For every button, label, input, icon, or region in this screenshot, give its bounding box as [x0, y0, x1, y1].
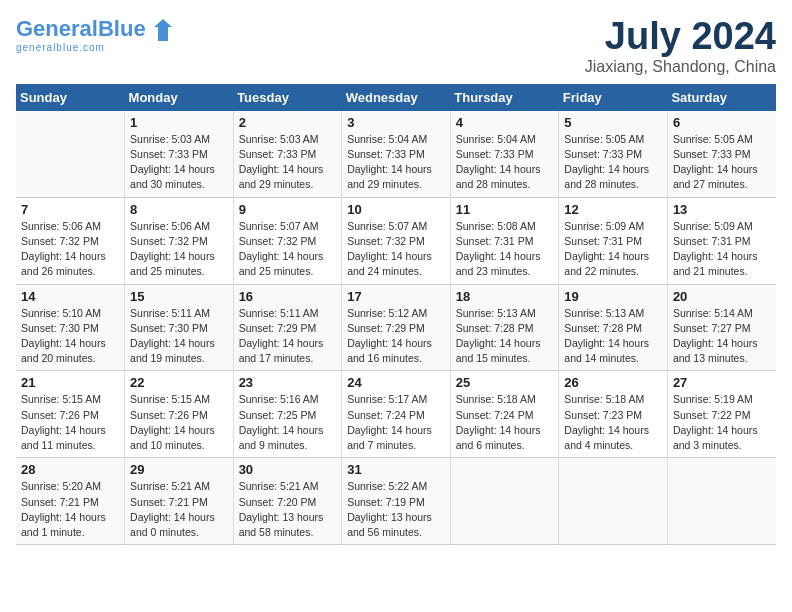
calendar-cell: 10Sunrise: 5:07 AM Sunset: 7:32 PM Dayli…: [342, 197, 451, 284]
day-info: Sunrise: 5:10 AM Sunset: 7:30 PM Dayligh…: [21, 306, 119, 367]
weekday-header-row: SundayMondayTuesdayWednesdayThursdayFrid…: [16, 84, 776, 111]
day-info: Sunrise: 5:13 AM Sunset: 7:28 PM Dayligh…: [564, 306, 662, 367]
day-number: 31: [347, 462, 445, 477]
day-info: Sunrise: 5:07 AM Sunset: 7:32 PM Dayligh…: [239, 219, 337, 280]
calendar-cell: 6Sunrise: 5:05 AM Sunset: 7:33 PM Daylig…: [667, 111, 776, 197]
day-info: Sunrise: 5:19 AM Sunset: 7:22 PM Dayligh…: [673, 392, 771, 453]
calendar-cell: 3Sunrise: 5:04 AM Sunset: 7:33 PM Daylig…: [342, 111, 451, 197]
calendar-cell: 13Sunrise: 5:09 AM Sunset: 7:31 PM Dayli…: [667, 197, 776, 284]
calendar-table: SundayMondayTuesdayWednesdayThursdayFrid…: [16, 84, 776, 545]
day-info: Sunrise: 5:22 AM Sunset: 7:19 PM Dayligh…: [347, 479, 445, 540]
logo-general: General: [16, 16, 98, 41]
logo-blue: Blue: [98, 16, 146, 41]
calendar-cell: 19Sunrise: 5:13 AM Sunset: 7:28 PM Dayli…: [559, 284, 668, 371]
day-number: 11: [456, 202, 554, 217]
week-row-2: 7Sunrise: 5:06 AM Sunset: 7:32 PM Daylig…: [16, 197, 776, 284]
day-info: Sunrise: 5:06 AM Sunset: 7:32 PM Dayligh…: [130, 219, 228, 280]
calendar-cell: 9Sunrise: 5:07 AM Sunset: 7:32 PM Daylig…: [233, 197, 342, 284]
calendar-cell: 25Sunrise: 5:18 AM Sunset: 7:24 PM Dayli…: [450, 371, 559, 458]
day-number: 14: [21, 289, 119, 304]
day-info: Sunrise: 5:03 AM Sunset: 7:33 PM Dayligh…: [130, 132, 228, 193]
day-info: Sunrise: 5:20 AM Sunset: 7:21 PM Dayligh…: [21, 479, 119, 540]
day-number: 16: [239, 289, 337, 304]
day-number: 15: [130, 289, 228, 304]
calendar-cell: 8Sunrise: 5:06 AM Sunset: 7:32 PM Daylig…: [125, 197, 234, 284]
day-info: Sunrise: 5:15 AM Sunset: 7:26 PM Dayligh…: [21, 392, 119, 453]
calendar-cell: 30Sunrise: 5:21 AM Sunset: 7:20 PM Dayli…: [233, 458, 342, 545]
day-info: Sunrise: 5:09 AM Sunset: 7:31 PM Dayligh…: [564, 219, 662, 280]
day-info: Sunrise: 5:05 AM Sunset: 7:33 PM Dayligh…: [564, 132, 662, 193]
day-info: Sunrise: 5:14 AM Sunset: 7:27 PM Dayligh…: [673, 306, 771, 367]
calendar-cell: 24Sunrise: 5:17 AM Sunset: 7:24 PM Dayli…: [342, 371, 451, 458]
day-number: 1: [130, 115, 228, 130]
weekday-header-thursday: Thursday: [450, 84, 559, 111]
day-number: 2: [239, 115, 337, 130]
title-area: July 2024 Jiaxiang, Shandong, China: [585, 16, 776, 76]
day-info: Sunrise: 5:18 AM Sunset: 7:24 PM Dayligh…: [456, 392, 554, 453]
day-info: Sunrise: 5:17 AM Sunset: 7:24 PM Dayligh…: [347, 392, 445, 453]
day-number: 25: [456, 375, 554, 390]
month-year: July 2024: [585, 16, 776, 58]
day-number: 26: [564, 375, 662, 390]
day-number: 29: [130, 462, 228, 477]
day-info: Sunrise: 5:16 AM Sunset: 7:25 PM Dayligh…: [239, 392, 337, 453]
calendar-cell: 20Sunrise: 5:14 AM Sunset: 7:27 PM Dayli…: [667, 284, 776, 371]
day-number: 27: [673, 375, 771, 390]
day-number: 12: [564, 202, 662, 217]
day-info: Sunrise: 5:05 AM Sunset: 7:33 PM Dayligh…: [673, 132, 771, 193]
day-number: 21: [21, 375, 119, 390]
day-number: 30: [239, 462, 337, 477]
weekday-header-wednesday: Wednesday: [342, 84, 451, 111]
day-number: 18: [456, 289, 554, 304]
page-header: GeneralBlue generalblue.com July 2024 Ji…: [16, 16, 776, 76]
day-info: Sunrise: 5:11 AM Sunset: 7:29 PM Dayligh…: [239, 306, 337, 367]
calendar-cell: 23Sunrise: 5:16 AM Sunset: 7:25 PM Dayli…: [233, 371, 342, 458]
calendar-cell: 18Sunrise: 5:13 AM Sunset: 7:28 PM Dayli…: [450, 284, 559, 371]
day-info: Sunrise: 5:04 AM Sunset: 7:33 PM Dayligh…: [456, 132, 554, 193]
day-info: Sunrise: 5:11 AM Sunset: 7:30 PM Dayligh…: [130, 306, 228, 367]
day-info: Sunrise: 5:04 AM Sunset: 7:33 PM Dayligh…: [347, 132, 445, 193]
calendar-cell: 16Sunrise: 5:11 AM Sunset: 7:29 PM Dayli…: [233, 284, 342, 371]
week-row-1: 1Sunrise: 5:03 AM Sunset: 7:33 PM Daylig…: [16, 111, 776, 197]
calendar-cell: 2Sunrise: 5:03 AM Sunset: 7:33 PM Daylig…: [233, 111, 342, 197]
logo-subtitle: generalblue.com: [16, 42, 105, 53]
calendar-cell: 31Sunrise: 5:22 AM Sunset: 7:19 PM Dayli…: [342, 458, 451, 545]
calendar-cell: [16, 111, 125, 197]
weekday-header-tuesday: Tuesday: [233, 84, 342, 111]
week-row-4: 21Sunrise: 5:15 AM Sunset: 7:26 PM Dayli…: [16, 371, 776, 458]
day-number: 10: [347, 202, 445, 217]
day-number: 28: [21, 462, 119, 477]
day-number: 24: [347, 375, 445, 390]
calendar-cell: 28Sunrise: 5:20 AM Sunset: 7:21 PM Dayli…: [16, 458, 125, 545]
calendar-cell: [667, 458, 776, 545]
day-info: Sunrise: 5:15 AM Sunset: 7:26 PM Dayligh…: [130, 392, 228, 453]
day-info: Sunrise: 5:09 AM Sunset: 7:31 PM Dayligh…: [673, 219, 771, 280]
day-number: 9: [239, 202, 337, 217]
day-info: Sunrise: 5:07 AM Sunset: 7:32 PM Dayligh…: [347, 219, 445, 280]
location: Jiaxiang, Shandong, China: [585, 58, 776, 76]
week-row-5: 28Sunrise: 5:20 AM Sunset: 7:21 PM Dayli…: [16, 458, 776, 545]
day-info: Sunrise: 5:08 AM Sunset: 7:31 PM Dayligh…: [456, 219, 554, 280]
calendar-cell: 22Sunrise: 5:15 AM Sunset: 7:26 PM Dayli…: [125, 371, 234, 458]
calendar-cell: [559, 458, 668, 545]
svg-marker-0: [154, 19, 172, 41]
calendar-cell: 11Sunrise: 5:08 AM Sunset: 7:31 PM Dayli…: [450, 197, 559, 284]
weekday-header-friday: Friday: [559, 84, 668, 111]
logo-text: GeneralBlue: [16, 16, 172, 42]
day-number: 8: [130, 202, 228, 217]
day-number: 19: [564, 289, 662, 304]
day-info: Sunrise: 5:21 AM Sunset: 7:21 PM Dayligh…: [130, 479, 228, 540]
day-info: Sunrise: 5:21 AM Sunset: 7:20 PM Dayligh…: [239, 479, 337, 540]
day-number: 7: [21, 202, 119, 217]
day-info: Sunrise: 5:13 AM Sunset: 7:28 PM Dayligh…: [456, 306, 554, 367]
weekday-header-sunday: Sunday: [16, 84, 125, 111]
day-info: Sunrise: 5:06 AM Sunset: 7:32 PM Dayligh…: [21, 219, 119, 280]
calendar-cell: 27Sunrise: 5:19 AM Sunset: 7:22 PM Dayli…: [667, 371, 776, 458]
calendar-cell: 14Sunrise: 5:10 AM Sunset: 7:30 PM Dayli…: [16, 284, 125, 371]
calendar-cell: 29Sunrise: 5:21 AM Sunset: 7:21 PM Dayli…: [125, 458, 234, 545]
calendar-cell: 4Sunrise: 5:04 AM Sunset: 7:33 PM Daylig…: [450, 111, 559, 197]
calendar-cell: [450, 458, 559, 545]
weekday-header-monday: Monday: [125, 84, 234, 111]
day-info: Sunrise: 5:12 AM Sunset: 7:29 PM Dayligh…: [347, 306, 445, 367]
weekday-header-saturday: Saturday: [667, 84, 776, 111]
